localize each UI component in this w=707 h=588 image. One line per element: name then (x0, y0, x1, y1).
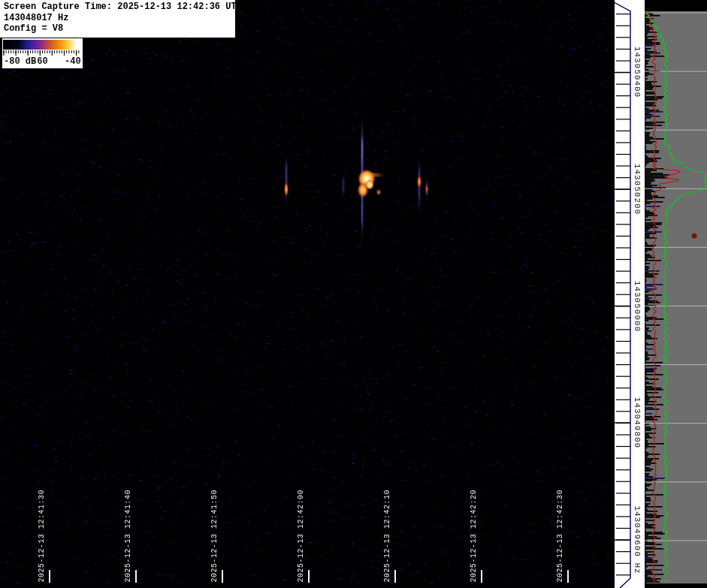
spectrum-display (645, 0, 707, 588)
frequency-axis: 1430504001430502001430500001430498001430… (615, 0, 645, 588)
capture-time-text: Screen Capture Time: 2025-12-13 12:42:36… (4, 2, 232, 13)
colorbar-gradient (3, 40, 80, 50)
waterfall-display (0, 0, 615, 588)
colorbar-labels: -80 dB-60-40 (2, 56, 83, 68)
capture-info-box: Screen Capture Time: 2025-12-13 12:42:36… (0, 0, 235, 38)
spectrogram-app: 2025-12-13 12:41:302025-12-13 12:41:4020… (0, 0, 707, 588)
colorbar-label: -40 (65, 56, 81, 67)
frequency-axis-label: 143050200 (633, 164, 642, 215)
colorbar-legend: -80 dB-60-40 (2, 38, 83, 68)
config-text: Config = V8 (4, 23, 232, 35)
center-frequency-text: 143048017 Hz (4, 13, 232, 24)
waterfall-plot: 2025-12-13 12:41:302025-12-13 12:41:4020… (0, 0, 615, 588)
colorbar-ruler (3, 50, 81, 56)
frequency-axis-label: 143050400 (633, 47, 642, 98)
frequency-axis-label: 143049800 (633, 397, 642, 448)
colorbar-label: -60 (32, 56, 48, 67)
spectrum-panel (645, 0, 707, 588)
frequency-axis-label: 143050000 (633, 281, 642, 332)
frequency-axis-label: 143049600 Hz (633, 505, 642, 574)
